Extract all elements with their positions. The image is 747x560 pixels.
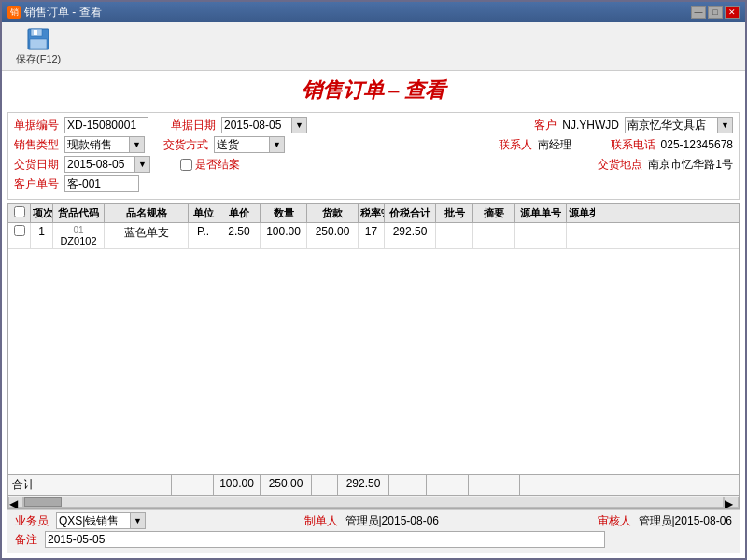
form-row-3: 交货日期 ▼ 是否结案 交货地点 南京市忆华路1号 — [14, 156, 733, 173]
total-unit — [120, 475, 172, 495]
th-checkbox — [8, 204, 31, 222]
title-bar: 销 销售订单 - 查看 — □ ✕ — [2, 2, 745, 22]
sales-type-dropdown[interactable]: ▼ — [130, 136, 145, 153]
delivery-date-field: ▼ — [64, 156, 150, 173]
window-title: 销售订单 - 查看 — [24, 5, 102, 21]
customer-label: 客户 — [534, 118, 557, 133]
delivery-date-input[interactable] — [64, 156, 135, 173]
order-no-input[interactable] — [64, 117, 148, 133]
remark-input[interactable] — [45, 531, 605, 548]
save-label: 保存(F12) — [16, 52, 61, 66]
total-price — [172, 475, 214, 495]
td-price: 2.50 — [218, 223, 261, 248]
th-qty: 数量 — [261, 204, 307, 222]
order-table: 项次 货品代码 品名规格 单位 单价 数量 货款 税率% 价税合计 批号 摘要 … — [7, 203, 740, 509]
title-controls: — □ ✕ — [691, 6, 740, 19]
table-header: 项次 货品代码 品名规格 单位 单价 数量 货款 税率% 价税合计 批号 摘要 … — [8, 204, 739, 223]
total-row: 合计 100.00 250.00 292.50 — [8, 474, 739, 495]
total-remark — [427, 475, 469, 495]
maximize-button[interactable]: □ — [708, 6, 723, 19]
close-button[interactable]: ✕ — [725, 6, 740, 19]
delivery-date-label: 交货日期 — [14, 157, 59, 173]
title-bar-left: 销 销售订单 - 查看 — [7, 5, 102, 21]
total-tax-total: 292.50 — [338, 475, 389, 495]
th-price: 单价 — [218, 204, 261, 222]
td-tax: 17 — [359, 223, 385, 248]
td-goods-code: 01 DZ0102 — [53, 223, 105, 248]
customer-order-input[interactable] — [64, 175, 139, 192]
customer-order-label: 客户单号 — [14, 176, 59, 192]
form-section: 单据编号 单据日期 ▼ 客户 NJ.YHWJD ▼ 销售类型 — [7, 112, 740, 200]
td-tax-total: 292.50 — [385, 223, 436, 248]
th-tax-total: 价税合计 — [385, 204, 436, 222]
delivery-field: ▼ — [214, 136, 285, 153]
delivery-addr-value: 南京市忆华路1号 — [648, 157, 733, 173]
td-unit: P.. — [189, 223, 218, 248]
scroll-thumb[interactable] — [24, 497, 62, 507]
th-src-type: 源单类型 — [567, 204, 595, 222]
reviewer-value: 管理员|2015-08-06 — [639, 513, 733, 529]
td-src-type — [567, 223, 595, 248]
is-closed-field: 是否结案 — [180, 157, 240, 173]
creator-label: 制单人 — [304, 513, 338, 529]
customer-dropdown[interactable]: ▼ — [718, 117, 733, 133]
remark-label: 备注 — [15, 532, 37, 548]
th-unit: 单位 — [189, 204, 218, 222]
svg-rect-3 — [30, 39, 47, 49]
form-row-1: 单据编号 单据日期 ▼ 客户 NJ.YHWJD ▼ — [14, 117, 733, 133]
order-date-field: ▼ — [221, 117, 307, 133]
contact-value: 南经理 — [538, 137, 571, 153]
th-remark: 摘要 — [473, 204, 515, 222]
delivery-date-dropdown[interactable]: ▼ — [135, 156, 150, 173]
total-batch — [389, 475, 427, 495]
sales-staff-input[interactable] — [56, 512, 131, 529]
table-body: 1 01 DZ0102 蓝色单支 P.. 2.50 100.00 250.00 … — [8, 223, 739, 474]
scroll-left-btn[interactable]: ◀ — [8, 497, 23, 508]
total-src-order — [469, 475, 520, 495]
total-src-type — [520, 475, 739, 495]
page-title: 销售订单 – 查看 — [7, 77, 740, 105]
save-icon — [25, 26, 51, 52]
sales-type-input[interactable] — [64, 136, 130, 153]
bottom-row-1: 业务员 ▼ 制单人 管理员|2015-08-06 审核人 管理员|2015-08… — [15, 512, 732, 529]
order-date-input[interactable] — [221, 117, 292, 133]
save-button[interactable]: 保存(F12) — [9, 23, 67, 69]
td-src-order — [515, 223, 567, 248]
td-remark — [473, 223, 515, 248]
is-closed-checkbox[interactable] — [180, 159, 192, 171]
scroll-right-btn[interactable]: ▶ — [724, 497, 739, 508]
td-qty: 100.00 — [261, 223, 307, 248]
contact-label: 联系人 — [499, 137, 532, 153]
svg-rect-2 — [34, 30, 37, 35]
table-row[interactable]: 1 01 DZ0102 蓝色单支 P.. 2.50 100.00 250.00 … — [8, 223, 739, 249]
order-date-dropdown[interactable]: ▼ — [292, 117, 307, 133]
td-checkbox — [8, 223, 31, 248]
sales-type-field: ▼ — [64, 136, 145, 153]
td-idx: 1 — [31, 223, 53, 248]
customer-field: ▼ — [625, 117, 733, 133]
total-tax — [312, 475, 338, 495]
row-checkbox[interactable] — [14, 225, 25, 236]
th-name: 品名规格 — [105, 204, 189, 222]
toolbar: 保存(F12) — [2, 22, 745, 71]
customer-input[interactable] — [625, 117, 718, 133]
th-tax: 税率% — [359, 204, 385, 222]
total-qty: 100.00 — [214, 475, 261, 495]
scroll-track[interactable] — [23, 497, 724, 508]
total-amount: 250.00 — [261, 475, 312, 495]
horizontal-scrollbar[interactable]: ◀ ▶ — [8, 495, 739, 508]
order-no-label: 单据编号 — [14, 118, 59, 133]
delivery-dropdown[interactable]: ▼ — [270, 136, 285, 153]
th-batch: 批号 — [436, 204, 473, 222]
th-goods-code: 货品代码 — [53, 204, 105, 222]
sales-staff-dropdown[interactable]: ▼ — [131, 512, 146, 529]
minimize-button[interactable]: — — [691, 6, 706, 19]
sales-staff-label: 业务员 — [15, 513, 49, 529]
contact-phone-value: 025-12345678 — [661, 138, 733, 151]
main-window: 销 销售订单 - 查看 — □ ✕ 保存(F12) 销售订单 – 查看 — [0, 0, 747, 560]
delivery-addr-label: 交货地点 — [598, 157, 642, 173]
reviewer-label: 审核人 — [598, 513, 631, 529]
delivery-input[interactable] — [214, 136, 270, 153]
app-icon: 销 — [7, 6, 21, 19]
select-all-checkbox[interactable] — [14, 206, 25, 217]
